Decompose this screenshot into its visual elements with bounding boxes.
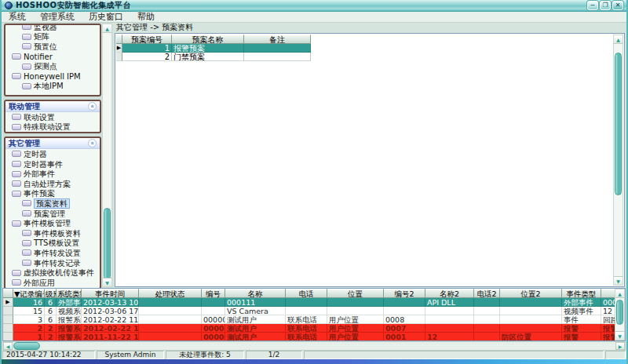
menu-item-系统[interactable]: 系统 — [2, 12, 33, 23]
menu-item-历史窗口[interactable]: 历史窗口 — [82, 12, 130, 23]
column-header[interactable]: 编号2 — [384, 289, 425, 298]
column-header[interactable]: 名称2 — [425, 289, 474, 298]
collapse-icon[interactable]: « — [88, 139, 97, 147]
column-header[interactable]: 处理状态 — [139, 289, 202, 298]
device-tree-panel: 监视器矩阵预置位Notifier探测点Honeywell IPM本地IPM — [4, 24, 101, 96]
scroll-up-icon[interactable]: ▲ — [615, 289, 624, 298]
main-scrollbar[interactable]: ▲ ▼ — [613, 35, 623, 286]
horizontal-scrollbar[interactable]: ◀ ▶ — [2, 341, 626, 351]
table-cell — [202, 307, 225, 315]
menu-item-管理系统[interactable]: 管理系统 — [33, 12, 82, 23]
sidebar-item[interactable]: 定时器事件 — [5, 159, 100, 169]
folder-icon — [12, 279, 21, 286]
plan-table-row[interactable]: ▶1报警预案 — [116, 44, 311, 53]
sidebar-item[interactable]: 事件预案 — [5, 189, 100, 199]
sidebar-item[interactable]: 事件模板管理 — [5, 218, 100, 228]
sidebar-item[interactable]: 虚拟接收机传送事件 — [5, 268, 100, 278]
table-cell: 15 — [13, 307, 45, 315]
other-mgmt-panel-header[interactable]: 其它管理 « — [5, 138, 100, 149]
sidebar-item[interactable]: 联动设置 — [5, 112, 100, 122]
sidebar-item[interactable]: Notifier — [5, 52, 100, 62]
plan-table-row[interactable]: 2门禁预案 — [116, 53, 311, 61]
table-cell — [474, 324, 500, 333]
sidebar-item[interactable]: 事件转发设置 — [5, 248, 100, 258]
menu-item-帮助[interactable]: 帮助 — [130, 12, 162, 23]
scroll-down-icon[interactable]: ▼ — [615, 331, 624, 340]
app-window: HOSHOO安防智能化集成平台 ─ ❐ ✕ 系统管理系统历史窗口帮助 监视器矩阵… — [0, 0, 628, 364]
scrollbar-thumb[interactable] — [13, 342, 40, 350]
sidebar-item[interactable]: 外部事件 — [5, 169, 100, 179]
scroll-up-icon[interactable]: ▲ — [103, 24, 111, 33]
event-row[interactable]: 12报警系统2011-11-22 18:00:2700000003测试用户联系电… — [3, 333, 625, 341]
column-header[interactable]: 位置 — [327, 289, 384, 298]
event-row[interactable]: 22报警系统2012-02-22 11:26:0200000002测试用户联系电… — [3, 324, 625, 333]
sidebar-item[interactable]: 自动处理方案 — [5, 179, 100, 189]
sidebar-item[interactable]: 特殊联动设置 — [5, 122, 100, 133]
sidebar-item[interactable]: 预案资料 — [5, 198, 100, 209]
table-cell: 000111 — [225, 298, 286, 307]
sidebar-item[interactable]: 事件模板资料 — [5, 228, 100, 238]
column-header[interactable]: 位置2 — [500, 289, 562, 298]
column-header[interactable]: 备注 — [244, 35, 311, 44]
scroll-down-icon[interactable]: ▼ — [614, 276, 623, 285]
event-row[interactable]: 36报警系统2012-02-22 11:26:0200000002测试用户联系电… — [3, 315, 625, 324]
column-header[interactable]: 电话 — [286, 289, 327, 298]
column-header[interactable]: ▼记录编号 — [13, 289, 45, 298]
sidebar-item-label: 事件模板资料 — [34, 229, 81, 238]
column-header[interactable]: 编号 — [202, 289, 225, 298]
maximize-button[interactable]: ❐ — [600, 1, 611, 10]
table-cell — [327, 298, 384, 307]
table-cell: 2012-02-22 11:26:02 — [82, 324, 139, 333]
sidebar-item-label: 自动处理方案 — [24, 180, 71, 188]
column-header[interactable]: 预案编号 — [122, 35, 172, 44]
row-indicator-header — [3, 289, 13, 298]
scroll-left-icon[interactable]: ◀ — [3, 342, 13, 350]
sidebar-item[interactable]: 预案管理 — [5, 209, 100, 219]
status-page-indicator: 1/2 — [246, 351, 302, 359]
table-cell: 报警 — [562, 333, 601, 341]
folder-icon — [12, 171, 21, 177]
scroll-down-icon[interactable]: ▼ — [103, 278, 111, 286]
scrollbar-thumb[interactable] — [104, 208, 111, 280]
column-header[interactable]: 事件时间 — [82, 289, 139, 298]
column-header[interactable]: 事件类型 — [562, 289, 601, 298]
column-header[interactable]: 预案名称 — [172, 35, 244, 44]
column-header[interactable]: 级别 — [45, 289, 57, 298]
table-cell: VS Camera — [225, 307, 286, 315]
sidebar-item[interactable]: 预置位 — [5, 42, 100, 52]
table-cell: 门禁预案 — [172, 53, 244, 61]
event-row[interactable]: ▶166外部事件2012-03-13 10:38:04000111API DLL… — [3, 298, 625, 307]
minimize-button[interactable]: ─ — [587, 1, 598, 10]
folder-icon — [22, 83, 31, 89]
folder-icon — [12, 220, 21, 227]
collapse-icon[interactable]: « — [88, 102, 97, 111]
sidebar-item-label: 联动设置 — [24, 113, 55, 122]
scrollbar-thumb[interactable] — [616, 300, 623, 325]
sidebar-item[interactable]: 外部应用 — [5, 278, 100, 288]
event-row[interactable]: 156视频系统2012-03-06 17:26:34VS Camera视频事件1… — [3, 307, 625, 315]
sidebar-item[interactable]: 本地IPM — [5, 82, 100, 92]
folder-icon — [12, 151, 21, 157]
scrollbar-thumb[interactable] — [615, 53, 622, 195]
column-header[interactable]: 名称 — [225, 289, 286, 298]
folder-icon — [22, 210, 31, 217]
sidebar-item[interactable]: 事件转发记录 — [5, 258, 100, 268]
table-cell: 00000002 — [202, 315, 225, 324]
scroll-right-icon[interactable]: ▶ — [615, 342, 625, 350]
sidebar-item[interactable]: TTS模板设置 — [5, 238, 100, 249]
sidebar-item[interactable]: Honeywell IPM — [5, 71, 100, 82]
table-cell — [425, 315, 474, 324]
sidebar-item[interactable]: 矩阵 — [5, 32, 100, 42]
event-grid-scrollbar[interactable]: ▲ ▼ — [615, 289, 625, 340]
linkage-panel-header[interactable]: 联动管理 « — [5, 101, 100, 112]
sidebar-item[interactable]: 监视器 — [5, 24, 100, 32]
app-icon[interactable] — [5, 2, 13, 9]
sidebar-scrollbar[interactable]: ▲ ▼ — [102, 24, 112, 287]
table-cell: 联系电话 — [286, 324, 327, 333]
sidebar-item[interactable]: 定时器 — [5, 149, 100, 159]
sidebar-item[interactable]: 探测点 — [5, 61, 100, 71]
close-button[interactable]: ✕ — [612, 1, 623, 10]
scroll-up-icon[interactable]: ▲ — [614, 35, 623, 44]
column-header[interactable]: 系统类型 — [57, 289, 82, 298]
column-header[interactable]: 电话2 — [474, 289, 500, 298]
